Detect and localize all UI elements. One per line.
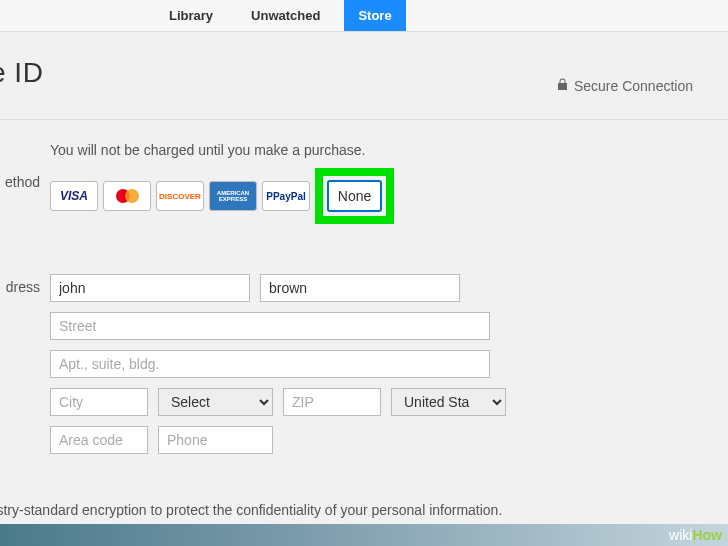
payment-methods: VISA DISCOVER AMERICAN EXPRESS P PayPal … [50,168,394,224]
payment-none[interactable]: None [327,180,382,212]
city-field[interactable] [50,388,148,416]
charge-notice: You will not be charged until you make a… [50,142,728,158]
secure-connection-label: Secure Connection [557,78,693,94]
billing-address-label: dress [0,279,40,295]
first-name-field[interactable] [50,274,250,302]
wikihow-watermark: wikiHow [669,527,722,543]
country-select[interactable]: United Sta [391,388,506,416]
phone-field[interactable] [158,426,273,454]
payment-amex[interactable]: AMERICAN EXPRESS [209,181,257,211]
last-name-field[interactable] [260,274,460,302]
secure-text: Secure Connection [574,78,693,94]
zip-field[interactable] [283,388,381,416]
payment-mastercard[interactable] [103,181,151,211]
top-navigation: Library Unwatched Store [0,0,728,32]
payment-discover[interactable]: DISCOVER [156,181,204,211]
street-field[interactable] [50,312,490,340]
tab-unwatched[interactable]: Unwatched [237,0,334,31]
tab-store[interactable]: Store [344,0,405,31]
state-select[interactable]: Select [158,388,273,416]
area-code-field[interactable] [50,426,148,454]
highlight-none-option: None [315,168,394,224]
payment-method-label: ethod [0,174,40,190]
apt-field[interactable] [50,350,490,378]
lock-icon [557,78,568,94]
encryption-notice: industry-standard encryption to protect … [0,502,502,518]
payment-paypal[interactable]: P PayPal [262,181,310,211]
payment-visa[interactable]: VISA [50,181,98,211]
tab-library[interactable]: Library [155,0,227,31]
bottom-banner [0,524,728,546]
divider [0,119,728,120]
